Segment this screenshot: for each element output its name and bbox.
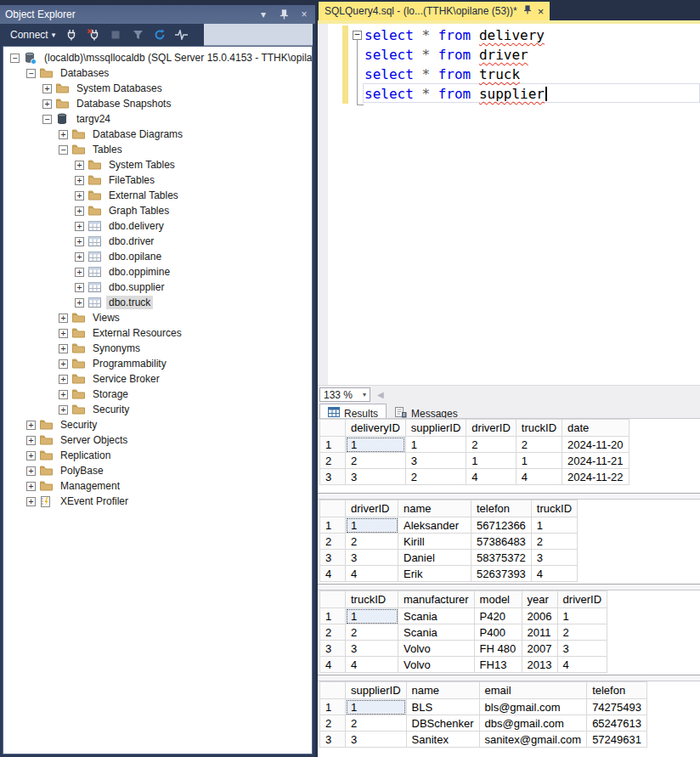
select-all-corner[interactable] [320,500,346,517]
expand-icon[interactable]: + [26,451,36,460]
expand-icon[interactable]: + [42,99,52,109]
grid-cell[interactable]: 2 [531,534,577,550]
row-header[interactable]: 4 [320,657,346,673]
connect-object-explorer-button[interactable] [62,26,81,43]
tree-item-targv24[interactable]: −targv24 [3,111,312,127]
grid-cell[interactable]: 3 [346,469,406,485]
grid-cell[interactable]: 2 [466,437,517,453]
grid-cell[interactable]: P420 [474,608,522,624]
collapse-icon[interactable]: − [42,115,52,124]
tree-item-programmability[interactable]: +Programmability [3,356,312,371]
tree-item-dbo-opilane[interactable]: +dbo.opilane [3,249,312,264]
expand-icon[interactable]: + [59,359,68,369]
row-header[interactable]: 1 [320,608,346,624]
zoom-level-dropdown[interactable]: 133 % ▾ [319,387,370,402]
pin-icon[interactable] [278,8,290,20]
grid-cell[interactable]: 2006 [522,608,557,624]
close-icon[interactable]: × [298,8,310,20]
grid-cell[interactable]: 2 [405,469,466,485]
grid-cell[interactable]: 3 [531,550,577,566]
column-header-date[interactable]: date [562,420,629,437]
grid-cell[interactable]: Scania [398,624,475,641]
row-header[interactable]: 2 [320,715,346,732]
expand-icon[interactable]: + [59,405,68,415]
tree-item-filetables[interactable]: +FileTables [3,172,312,188]
window-position-icon[interactable]: ▾ [257,8,269,20]
collapse-region-icon[interactable]: − [353,31,362,40]
grid-cell[interactable]: 1 [346,437,406,453]
collapse-icon[interactable]: − [26,69,36,78]
grid-cell[interactable]: FH13 [474,657,522,673]
object-explorer-tree[interactable]: −(localdb)\mssqllocaldb (SQL Server 15.0… [3,46,313,754]
grid-cell[interactable]: 1 [516,453,562,469]
grid-cell[interactable]: 2024-11-20 [562,437,629,453]
tree-item-external-resources[interactable]: +External Resources [3,325,312,341]
grid-cell[interactable]: Volvo [398,641,475,657]
grid-cell[interactable]: 1 [346,608,398,624]
column-header-name[interactable]: name [406,682,479,699]
column-header-truckID[interactable]: truckID [531,500,577,517]
tree-item-storage[interactable]: +Storage [3,387,312,402]
grid-cell[interactable]: sanitex@gmail.com [479,732,587,748]
collapse-icon[interactable]: − [10,54,20,63]
expand-icon[interactable]: + [59,390,68,399]
grid-cell[interactable]: 4 [466,469,517,485]
row-header[interactable]: 1 [320,699,346,715]
grid-cell[interactable]: 2 [346,534,398,550]
row-header[interactable]: 3 [320,641,346,657]
tree-item-dbo-delivery[interactable]: +dbo.delivery [3,218,312,234]
grid-cell[interactable]: 2 [346,715,407,732]
grid-cell[interactable]: Volvo [398,657,475,673]
expand-icon[interactable]: + [26,497,36,506]
grid-cell[interactable]: 4 [557,657,607,673]
expand-icon[interactable]: + [75,298,84,308]
tree-item-replication[interactable]: +Replication [3,448,312,463]
tree-item-database-diagrams[interactable]: +Database Diagrams [3,127,312,142]
expand-icon[interactable]: + [59,314,68,323]
grid-cell[interactable]: 1 [346,699,407,715]
expand-icon[interactable]: + [75,222,84,231]
tree-item-security[interactable]: +Security [3,402,312,417]
tree-item-views[interactable]: +Views [3,310,312,325]
expand-icon[interactable]: + [75,206,84,216]
grid-cell[interactable]: 4 [531,566,577,582]
expand-icon[interactable]: + [59,130,68,139]
column-header-telefon[interactable]: telefon [587,682,647,699]
grid-splitter[interactable] [318,493,700,499]
grid-cell[interactable]: 3 [346,550,398,566]
tree-item-tables[interactable]: −Tables [3,142,312,157]
grid-cell[interactable]: Aleksander [398,517,471,534]
row-header[interactable]: 3 [320,469,346,485]
column-header-manufacturer[interactable]: manufacturer [398,591,475,608]
scroll-left-icon[interactable]: ◀ [377,390,384,399]
expand-icon[interactable]: + [26,436,36,445]
collapse-icon[interactable]: − [59,145,68,155]
expand-icon[interactable]: + [26,421,36,430]
tree-item-dbo-truck[interactable]: +dbo.truck [3,295,312,310]
tree-item-service-broker[interactable]: +Service Broker [3,371,312,387]
sql-editor[interactable]: − select * from deliveryselect * from dr… [318,24,700,385]
grid-cell[interactable]: Erik [398,566,471,582]
column-header-email[interactable]: email [479,682,587,699]
close-icon[interactable]: × [538,5,545,18]
disconnect-button[interactable] [84,26,103,43]
tree-item-xevent-profiler[interactable]: +XEvent Profiler [3,494,312,509]
grid-cell[interactable]: 2 [516,437,562,453]
tree-item-dbo-driver[interactable]: +dbo.driver [3,234,312,249]
tree-item-polybase[interactable]: +PolyBase [3,463,312,478]
grid-cell[interactable]: 1 [531,517,577,534]
grid-cell[interactable]: 3 [346,641,398,657]
grid-cell[interactable]: 74275493 [587,699,647,715]
row-header[interactable]: 3 [320,732,346,748]
expand-icon[interactable]: + [75,191,84,201]
expand-icon[interactable]: + [75,283,84,292]
grid-cell[interactable]: 57386483 [471,534,532,550]
column-header-year[interactable]: year [522,591,557,608]
grid-cell[interactable]: 57249631 [587,732,647,748]
grid-cell[interactable]: 2024-11-21 [562,453,629,469]
tree-item--localdb-mssqllocaldb-sql-server-15-0-41[interactable]: −(localdb)\mssqllocaldb (SQL Server 15.0… [3,50,312,65]
grid-cell[interactable]: 58375372 [471,550,532,566]
tree-item-dbo-oppimine[interactable]: +dbo.oppimine [3,264,312,280]
grid-cell[interactable]: 3 [557,641,607,657]
grid-cell[interactable]: 1 [405,437,466,453]
